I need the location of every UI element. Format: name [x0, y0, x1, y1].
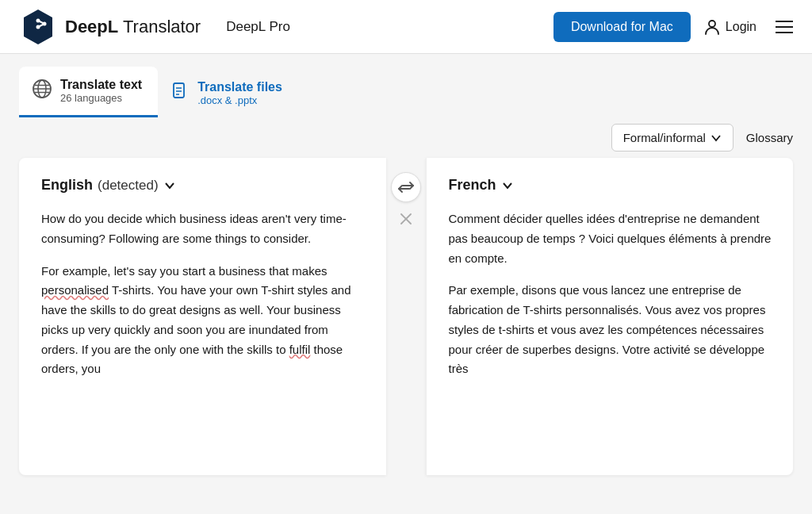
target-language-selector[interactable]: French — [449, 177, 775, 194]
target-para2: Par exemple, disons que vous lancez une … — [449, 281, 775, 379]
tab-files-sub: .docx & .pptx — [197, 94, 282, 106]
source-para1: How do you decide which business ideas a… — [41, 209, 367, 249]
tab-translate-files[interactable]: Translate files .docx & .pptx — [158, 69, 298, 117]
header: DeepL Translator DeepL Pro Download for … — [0, 0, 812, 54]
source-panel: English (detected) How do you decide whi… — [19, 158, 386, 475]
source-lang-chevron-icon — [163, 179, 176, 192]
person-icon — [703, 18, 721, 36]
chevron-down-icon — [710, 132, 722, 144]
login-label: Login — [726, 20, 756, 34]
formal-informal-button[interactable]: Formal/informal — [611, 124, 733, 152]
deepl-logo-icon — [19, 8, 57, 46]
source-detected-label: (detected) — [98, 178, 159, 194]
nav-deepl-pro[interactable]: DeepL Pro — [226, 19, 290, 35]
logo-area[interactable]: DeepL Translator — [19, 8, 201, 46]
svg-point-5 — [43, 21, 47, 25]
menu-line1 — [776, 21, 793, 22]
menu-line2 — [776, 26, 793, 28]
logo-text: DeepL Translator — [65, 17, 201, 37]
menu-button[interactable] — [776, 21, 793, 33]
tab-translate-text[interactable]: Translate text 26 languages — [19, 67, 158, 117]
login-area[interactable]: Login — [703, 18, 756, 36]
header-right: Download for Mac Login — [553, 12, 793, 42]
source-text[interactable]: How do you decide which business ideas a… — [41, 209, 367, 379]
close-icon — [399, 212, 413, 226]
target-lang-chevron-icon — [501, 179, 514, 192]
source-language-selector[interactable]: English (detected) — [41, 177, 367, 194]
tab-files-label: Translate files .docx & .pptx — [197, 80, 282, 106]
tab-files-title: Translate files — [197, 80, 282, 94]
source-lang-name: English — [41, 177, 93, 194]
source-para2: For example, let's say you start a busin… — [41, 262, 367, 380]
svg-rect-10 — [174, 83, 184, 98]
formal-label: Formal/informal — [623, 131, 706, 144]
swap-languages-button[interactable] — [391, 172, 421, 202]
target-para1: Comment décider quelles idées d'entrepri… — [449, 209, 775, 268]
options-row: Formal/informal Glossary — [0, 117, 812, 158]
tab-text-label: Translate text 26 languages — [60, 78, 142, 104]
target-lang-name: French — [449, 177, 496, 194]
tabs-row: Translate text 26 languages Translate fi… — [0, 54, 812, 117]
tab-text-sub: 26 languages — [60, 92, 142, 104]
globe-icon — [32, 79, 52, 104]
menu-line3 — [776, 32, 793, 33]
glossary-button[interactable]: Glossary — [746, 131, 793, 144]
swap-icon — [398, 179, 414, 195]
spell-check-word: personalised — [41, 283, 109, 297]
svg-point-6 — [709, 21, 715, 27]
translator-area: English (detected) How do you decide whi… — [0, 158, 812, 494]
tab-text-title: Translate text — [60, 78, 142, 92]
download-button[interactable]: Download for Mac — [553, 12, 691, 42]
target-panel: French Comment décider quelles idées d'e… — [426, 158, 794, 475]
swap-area — [386, 158, 426, 475]
clear-text-button[interactable] — [399, 212, 413, 230]
spell-check-word2: fulfil — [289, 343, 311, 356]
file-icon — [170, 82, 190, 105]
target-text: Comment décider quelles idées d'entrepri… — [449, 209, 775, 379]
